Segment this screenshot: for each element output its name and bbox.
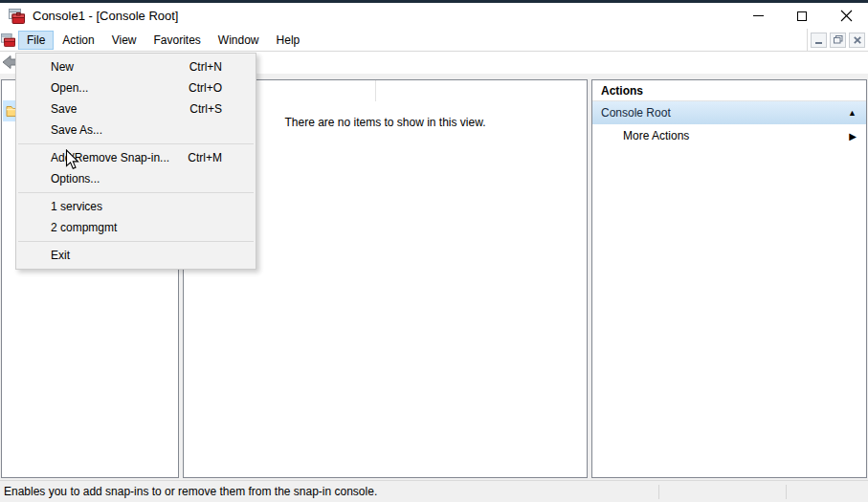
- menu-view[interactable]: View: [103, 31, 145, 50]
- actions-group-console-root[interactable]: Console Root ▲: [592, 101, 866, 124]
- title-bar: Console1 - [Console Root]: [0, 0, 868, 29]
- collapse-arrow-icon: ▲: [848, 108, 857, 118]
- menu-separator: [18, 192, 254, 193]
- menu-item-options[interactable]: Options...: [16, 168, 256, 189]
- file-menu-dropdown: New Ctrl+N Open... Ctrl+O Save Ctrl+S Sa…: [15, 53, 256, 270]
- menu-item-exit[interactable]: Exit: [16, 245, 256, 266]
- menu-action[interactable]: Action: [54, 31, 102, 50]
- menu-item-add-remove-snap-in[interactable]: Add/Remove Snap-in... Ctrl+M: [16, 147, 256, 168]
- shortcut-label: Ctrl+S: [189, 102, 222, 116]
- shortcut-label: Ctrl+M: [188, 151, 222, 164]
- submenu-arrow-icon: ▶: [849, 131, 857, 142]
- menu-separator: [18, 241, 254, 242]
- child-close-button[interactable]: [849, 33, 865, 48]
- mmc-toolbox-icon[interactable]: [9, 9, 25, 24]
- minimize-icon: [753, 15, 764, 16]
- menu-bar: File Action View Favorites Window Help: [0, 29, 868, 52]
- actions-pane: Actions Console Root ▲ More Actions ▶: [591, 79, 867, 478]
- menu-favorites[interactable]: Favorites: [145, 31, 210, 50]
- child-restore-button[interactable]: [830, 33, 846, 48]
- shortcut-label: Ctrl+N: [189, 60, 222, 74]
- menu-window[interactable]: Window: [210, 31, 268, 50]
- more-actions-label: More Actions: [623, 129, 689, 142]
- child-close-icon: [854, 36, 861, 44]
- console-window-icon[interactable]: [1, 33, 15, 47]
- menu-item-save[interactable]: Save Ctrl+S: [16, 98, 256, 120]
- menu-separator: [18, 143, 254, 144]
- status-bar: Enables you to add snap-ins to or remove…: [0, 480, 868, 502]
- maximize-button[interactable]: [780, 3, 824, 29]
- menu-item-save-as[interactable]: Save As...: [16, 120, 256, 141]
- window-controls: [736, 3, 868, 29]
- menu-help[interactable]: Help: [268, 31, 309, 50]
- child-minimize-icon: [815, 42, 822, 44]
- actions-group-title: Console Root: [601, 106, 671, 120]
- status-divider: [786, 485, 787, 499]
- child-minimize-button[interactable]: [811, 33, 827, 48]
- close-icon: [840, 10, 853, 22]
- actions-pane-title: Actions: [592, 80, 866, 101]
- menu-item-open[interactable]: Open... Ctrl+O: [16, 77, 256, 98]
- minimize-button[interactable]: [736, 3, 780, 29]
- window-title: Console1 - [Console Root]: [33, 9, 178, 23]
- menu-file[interactable]: File: [18, 31, 54, 50]
- child-restore-icon: [834, 35, 843, 44]
- status-message: Enables you to add snap-ins to or remove…: [4, 485, 377, 498]
- more-actions-item[interactable]: More Actions ▶: [592, 124, 866, 147]
- maximize-icon: [797, 11, 807, 21]
- menu-item-recent-1-services[interactable]: 1 services: [16, 196, 256, 217]
- status-divider: [658, 485, 659, 499]
- close-button[interactable]: [824, 3, 868, 29]
- shortcut-label: Ctrl+O: [189, 81, 222, 95]
- menu-item-recent-2-compmgmt[interactable]: 2 compmgmt: [16, 217, 256, 238]
- child-window-controls: [807, 29, 868, 51]
- column-header-divider: [375, 80, 376, 101]
- menu-item-new[interactable]: New Ctrl+N: [16, 56, 256, 77]
